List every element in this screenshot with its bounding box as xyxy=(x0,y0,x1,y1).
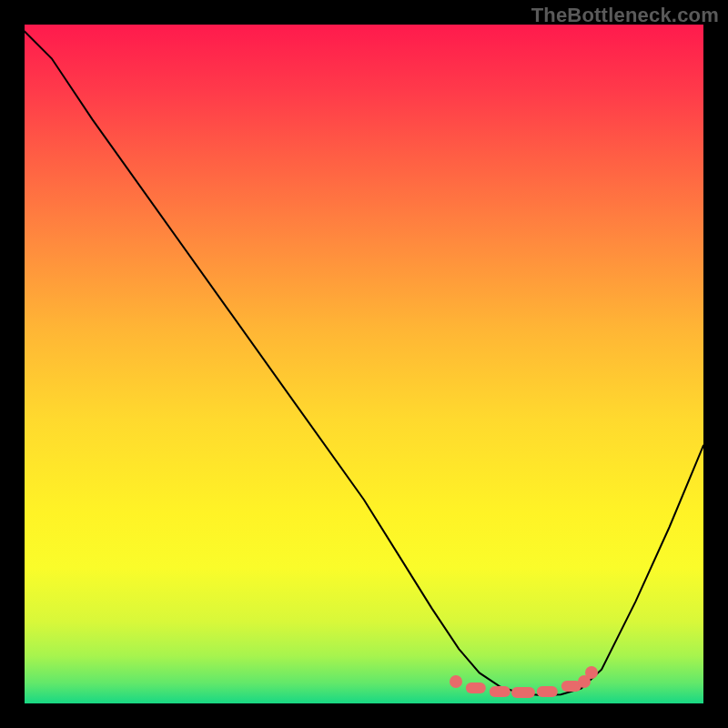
marker-layer xyxy=(25,25,703,703)
attribution-text: TheBottleneck.com xyxy=(531,4,719,27)
optimal-marker xyxy=(585,666,598,679)
optimal-marker xyxy=(490,686,510,697)
optimal-marker xyxy=(511,687,535,698)
optimal-marker xyxy=(450,675,462,688)
optimal-marker xyxy=(466,682,486,693)
chart-frame xyxy=(25,25,703,703)
optimal-marker xyxy=(537,686,557,697)
